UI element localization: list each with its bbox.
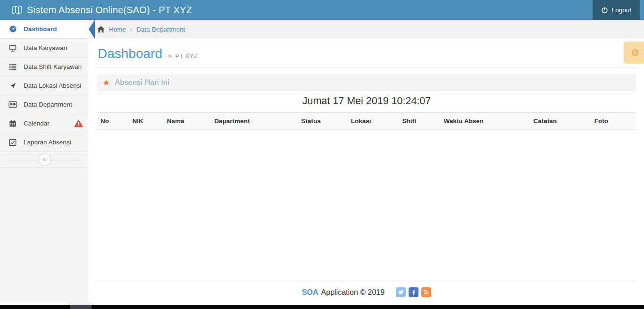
top-header: Sistem Absensi Online(SAO) - PT XYZ Logo… [0, 0, 644, 20]
check-square-icon [8, 139, 17, 146]
panel-header: ★ Absensi Hari Ini [97, 74, 636, 91]
sidebar-item-label: Data Department [24, 101, 72, 108]
page-body: Dashboard » PT XYZ ★ Absensi Hari Ini Ju… [89, 39, 644, 305]
sidebar-item-label: Dashboard [24, 25, 57, 33]
gear-icon: ⚙ [631, 47, 640, 58]
sidebar-item-label: Data Karyawan [24, 44, 67, 51]
col-header-shift: Shift [398, 113, 440, 130]
col-header-status: Status [298, 113, 347, 130]
sidebar-item-label: Data Shift Karyawan [24, 63, 82, 70]
sidebar-item-dashboard[interactable]: Dashboard [0, 20, 89, 39]
content-area: Home › Data Department ⚙ Dashboard » PT … [89, 20, 644, 305]
col-header-catatan: Catatan [529, 113, 590, 130]
desktop-icon [8, 44, 17, 52]
star-icon: ★ [102, 77, 110, 87]
list-icon [8, 63, 17, 70]
facebook-icon[interactable] [409, 287, 418, 297]
logout-button[interactable]: Logout [593, 0, 640, 20]
page-title-row: Dashboard » PT XYZ [97, 39, 636, 67]
gauge-icon [8, 25, 17, 33]
rss-icon[interactable] [421, 287, 431, 297]
col-header-no: No [97, 113, 128, 130]
twitter-icon[interactable] [396, 287, 406, 297]
scrollbar-thumb[interactable] [70, 305, 92, 309]
sidebar-item-label: Laporan Absensi [24, 139, 71, 146]
sidebar-item-label: Calendar [24, 120, 50, 127]
col-header-lokasi: Lokasi [347, 113, 399, 130]
sidebar-item-laporan-absensi[interactable]: Laporan Absensi [0, 133, 89, 152]
sidebar-item-label: Data Lokasi Absensi [24, 82, 81, 89]
page-subtitle: » PT XYZ [168, 51, 198, 59]
sidebar-item-data-karyawan[interactable]: Data Karyawan [0, 39, 89, 58]
col-header-nama: Nama [163, 113, 211, 130]
sidebar-item-data-department[interactable]: Data Department [0, 95, 89, 114]
home-icon [97, 26, 105, 33]
main-area: Dashboard Data Karyawan [0, 20, 644, 305]
breadcrumb-separator: › [130, 26, 132, 33]
page-title: Dashboard [98, 46, 162, 61]
app-title: Sistem Absensi Online(SAO) - PT XYZ [27, 5, 192, 16]
subtitle-marker: » [168, 51, 172, 59]
app-brand: Sistem Absensi Online(SAO) - PT XYZ [0, 5, 192, 16]
col-header-waktu-absen: Waktu Absen [440, 113, 530, 130]
horizontal-scrollbar[interactable] [0, 305, 644, 309]
footer-text: Application © 2019 [321, 288, 385, 297]
collapse-chevrons-icon: « [42, 156, 46, 162]
power-icon [601, 7, 608, 14]
location-arrow-icon [8, 82, 17, 89]
page-footer: SOA Application © 2019 [97, 281, 636, 305]
current-datetime: Jumat 17 Mei 2019 10:24:07 [97, 91, 636, 113]
breadcrumb: Home › Data Department [89, 20, 644, 39]
sidebar-collapse-button[interactable]: « [38, 153, 51, 166]
breadcrumb-home-link[interactable]: Home [109, 26, 126, 33]
absensi-table: No NIK Nama Department Status Lokasi Shi… [97, 113, 636, 130]
sidebar-item-data-lokasi-absensi[interactable]: Data Lokasi Absensi [0, 76, 89, 95]
col-header-foto: Foto [591, 113, 636, 130]
calendar-icon [8, 120, 17, 127]
sidebar-item-calendar[interactable]: Calendar [0, 114, 89, 133]
active-item-arrow [89, 20, 95, 39]
panel-title: Absensi Hari Ini [115, 78, 169, 87]
open-map-icon [12, 5, 22, 15]
newspaper-icon [8, 101, 17, 108]
settings-gear-button[interactable]: ⚙ [624, 42, 644, 64]
table-header-row: No NIK Nama Department Status Lokasi Shi… [97, 113, 636, 130]
sidebar: Dashboard Data Karyawan [0, 20, 89, 305]
col-header-department: Department [210, 113, 297, 130]
empty-table-space [97, 130, 636, 281]
app-window: Sistem Absensi Online(SAO) - PT XYZ Logo… [0, 0, 644, 309]
sidebar-item-data-shift-karyawan[interactable]: Data Shift Karyawan [0, 58, 89, 76]
warning-icon [74, 119, 83, 127]
col-header-nik: NIK [128, 113, 163, 130]
logout-label: Logout [612, 7, 631, 14]
subtitle-text: PT XYZ [176, 52, 198, 59]
sidebar-collapse-row: « [0, 152, 89, 168]
breadcrumb-current-link[interactable]: Data Department [136, 26, 185, 33]
footer-brand: SOA [302, 288, 318, 297]
